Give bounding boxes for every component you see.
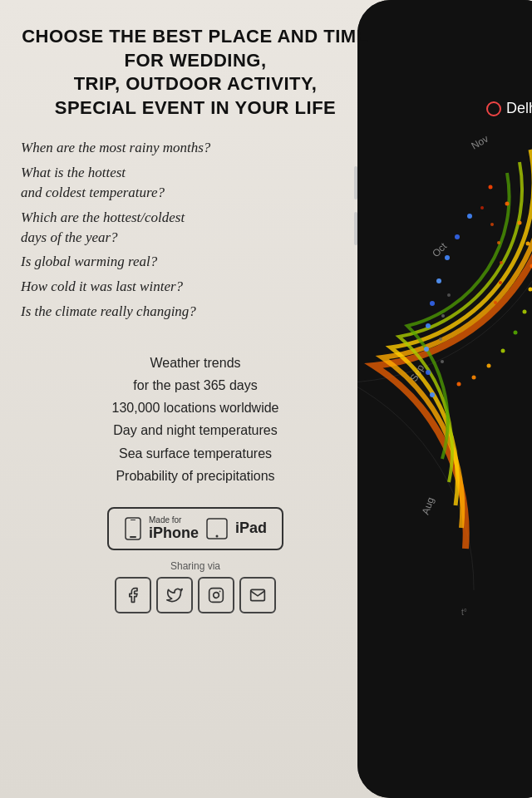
- twitter-icon: [166, 587, 183, 603]
- sharing-section: Sharing via: [115, 560, 276, 613]
- svg-point-16: [526, 242, 530, 246]
- svg-point-8: [430, 301, 435, 306]
- ipad-icon: [205, 517, 229, 540]
- feature-2: for the past 365 days: [21, 374, 370, 397]
- svg-point-13: [489, 185, 493, 190]
- questions-list: When are the most rainy months? What is …: [21, 138, 370, 326]
- instagram-button[interactable]: [198, 577, 234, 613]
- city-label: Delhi: [486, 100, 532, 117]
- question-6: Is the climate really changing?: [21, 302, 370, 322]
- email-icon: [249, 587, 266, 603]
- svg-point-10: [424, 347, 429, 352]
- question-2: What is the hottestand coldest temperatu…: [21, 163, 370, 203]
- device-badge: Made for iPhone iPad: [107, 507, 283, 550]
- headline-line3: TRIP, OUTDOOR ACTIVITY,: [74, 73, 318, 94]
- svg-point-24: [457, 382, 461, 387]
- svg-point-19: [523, 310, 527, 314]
- city-dot: [486, 101, 501, 116]
- feature-6: Probability of precipitations: [21, 465, 370, 487]
- svg-point-28: [500, 261, 503, 264]
- svg-point-25: [480, 206, 484, 209]
- instagram-icon: [208, 587, 224, 603]
- question-1: When are the most rainy months?: [21, 138, 370, 158]
- svg-point-6: [445, 255, 450, 260]
- svg-point-18: [529, 288, 533, 292]
- svg-point-40: [216, 534, 219, 537]
- feature-4: Day and night temperatures: [21, 419, 370, 441]
- svg-rect-37: [130, 536, 136, 538]
- svg-text:Nov: Nov: [470, 133, 490, 152]
- svg-point-14: [505, 202, 510, 206]
- headline-line2: FOR WEDDING,: [125, 50, 267, 71]
- svg-point-9: [426, 323, 431, 328]
- facebook-button[interactable]: [115, 577, 151, 613]
- svg-rect-41: [209, 589, 224, 603]
- svg-point-22: [487, 364, 491, 368]
- svg-point-21: [501, 349, 505, 353]
- svg-point-4: [467, 214, 472, 219]
- main-headline: CHOOSE THE BEST PLACE AND TIME FOR WEDDI…: [21, 25, 370, 120]
- svg-rect-38: [131, 520, 135, 520]
- svg-point-23: [472, 376, 476, 380]
- social-icons-row: [115, 577, 276, 613]
- svg-point-12: [430, 392, 435, 397]
- question-5: How cold it was last winter?: [21, 277, 370, 297]
- svg-point-26: [490, 223, 494, 226]
- feature-3: 130,000 locations worldwide: [21, 397, 370, 419]
- question-4: Is global warming real?: [21, 252, 370, 272]
- main-content: CHOOSE THE BEST PLACE AND TIME FOR WEDDI…: [0, 0, 395, 798]
- feature-1: Weather trends: [21, 352, 370, 374]
- svg-point-7: [436, 278, 441, 283]
- email-button[interactable]: [239, 577, 276, 613]
- headline-line4: SPECIAL EVENT IN YOUR LIFE: [55, 97, 337, 118]
- svg-point-33: [439, 337, 442, 341]
- headline-line1: CHOOSE THE BEST PLACE AND TIME: [22, 26, 369, 47]
- badge-section: Made for iPhone iPad Sharing via: [21, 507, 370, 613]
- feature-5: Sea surface temperatures: [21, 442, 370, 465]
- features-list: Weather trends for the past 365 days 130…: [21, 352, 370, 487]
- svg-point-20: [514, 331, 518, 335]
- iphone-icon: [124, 517, 142, 540]
- ipad-text: iPad: [235, 520, 267, 537]
- svg-point-30: [494, 301, 497, 304]
- city-name: Delhi: [506, 100, 532, 117]
- sharing-label: Sharing via: [170, 560, 220, 572]
- badge-text: Made for iPhone: [149, 515, 199, 542]
- svg-point-5: [455, 234, 460, 239]
- svg-point-34: [441, 360, 444, 363]
- svg-point-27: [497, 241, 500, 244]
- svg-point-29: [499, 281, 502, 284]
- svg-text:t°: t°: [461, 608, 467, 617]
- svg-point-15: [518, 221, 522, 225]
- svg-point-31: [447, 293, 451, 297]
- facebook-icon: [125, 587, 141, 603]
- svg-text:Aug: Aug: [420, 495, 436, 516]
- twitter-button[interactable]: [156, 577, 193, 613]
- svg-point-11: [426, 370, 431, 375]
- question-3: Which are the hottest/coldestdays of the…: [21, 208, 370, 248]
- svg-point-32: [441, 314, 445, 318]
